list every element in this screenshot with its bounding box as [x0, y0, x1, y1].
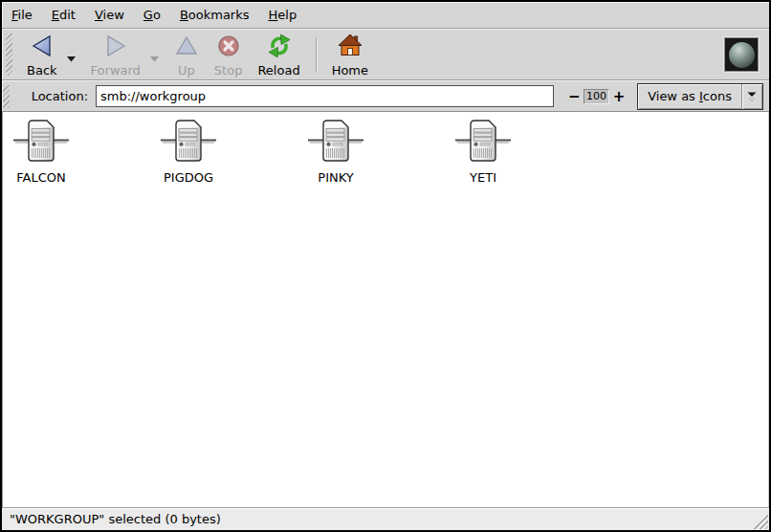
location-bar: Location: − 100 + View as Icons: [2, 80, 769, 112]
server-icon: [12, 119, 70, 166]
back-icon: [30, 33, 55, 61]
stop-button: Stop: [207, 30, 251, 80]
icon-view: FALCON: [2, 112, 769, 507]
icon-row: FALCON: [3, 112, 768, 185]
status-text: "WORKGROUP" selected (0 bytes): [10, 512, 221, 526]
server-icon: [160, 119, 217, 166]
menu-bar: File Edit View Go Bookmarks Help: [2, 2, 769, 29]
dropdown-indicator-icon: [742, 90, 762, 102]
server-item-yeti[interactable]: YETI: [447, 119, 519, 185]
zoom-in-button[interactable]: +: [611, 87, 627, 106]
reload-button[interactable]: Reload: [250, 30, 307, 80]
throbber-globe-icon: [729, 42, 755, 68]
server-item-falcon[interactable]: FALCON: [5, 119, 77, 185]
location-input[interactable]: [96, 85, 554, 107]
throbber: [724, 37, 759, 72]
location-bar-grip[interactable]: [3, 85, 10, 108]
server-label: PINKY: [318, 170, 353, 185]
forward-label: Forward: [91, 63, 141, 78]
toolbar: Back Forward U: [2, 29, 769, 80]
menu-go[interactable]: Go: [134, 2, 170, 28]
menu-edit[interactable]: Edit: [42, 2, 85, 28]
server-label: FALCON: [16, 170, 65, 185]
forward-icon: [103, 33, 128, 61]
reload-label: Reload: [257, 63, 299, 78]
server-item-pinky[interactable]: PINKY: [299, 119, 372, 185]
chevron-down-icon: [66, 51, 77, 65]
server-label: PIGDOG: [164, 170, 213, 185]
home-button[interactable]: Home: [324, 30, 376, 80]
server-item-pigdog[interactable]: PIGDOG: [152, 119, 225, 185]
reload-icon: [267, 33, 292, 61]
stop-label: Stop: [214, 63, 243, 78]
server-icon: [307, 119, 364, 166]
server-icon: [454, 119, 512, 166]
toolbar-grip[interactable]: [6, 33, 12, 76]
toolbar-separator: [316, 37, 317, 72]
menu-view[interactable]: View: [85, 2, 134, 28]
status-bar: "WORKGROUP" selected (0 bytes): [2, 507, 769, 530]
location-label: Location:: [32, 89, 88, 103]
home-icon: [338, 33, 363, 61]
resize-grip[interactable]: [753, 514, 768, 529]
up-icon: [174, 33, 199, 61]
stop-icon: [216, 33, 241, 61]
zoom-level: 100: [584, 89, 609, 104]
view-as-dropdown[interactable]: View as Icons: [637, 83, 763, 110]
file-manager-window: File Edit View Go Bookmarks Help Back: [0, 0, 771, 532]
zoom-out-button[interactable]: −: [566, 87, 582, 106]
menu-help[interactable]: Help: [259, 2, 307, 28]
server-label: YETI: [470, 170, 496, 185]
forward-button: Forward: [83, 30, 148, 80]
forward-history-dropdown: [146, 47, 163, 68]
home-label: Home: [332, 63, 368, 78]
back-history-dropdown[interactable]: [63, 47, 79, 68]
up-button: Up: [166, 30, 207, 80]
menu-file[interactable]: File: [2, 2, 42, 28]
menu-bookmarks[interactable]: Bookmarks: [170, 2, 259, 28]
chevron-down-icon: [149, 51, 160, 65]
up-label: Up: [178, 63, 195, 78]
back-button[interactable]: Back: [19, 30, 65, 80]
back-label: Back: [27, 63, 57, 78]
